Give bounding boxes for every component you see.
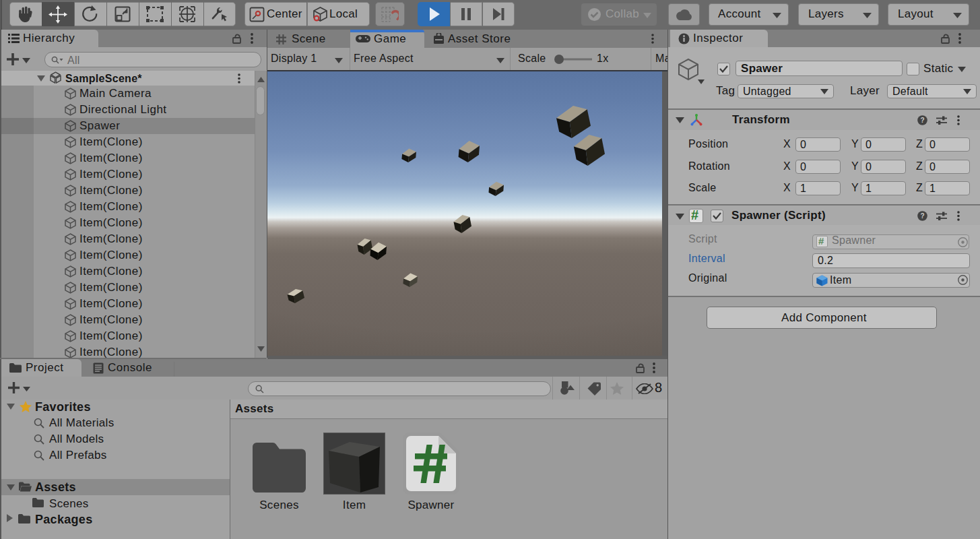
svg-text:?: ? [920, 212, 924, 220]
svg-text:?: ? [920, 117, 924, 124]
